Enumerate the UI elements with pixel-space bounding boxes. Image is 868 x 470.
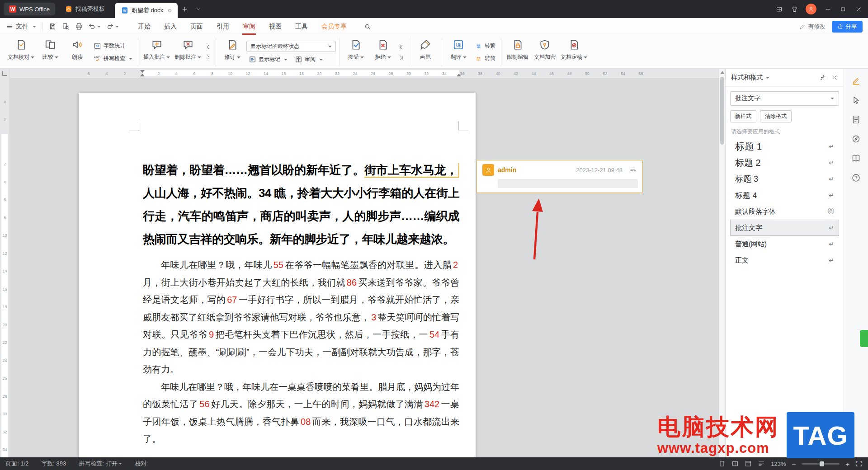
ribbon-button-markup[interactable]: 显示标记 xyxy=(246,55,290,64)
share-button[interactable]: 分享 xyxy=(832,21,863,33)
close-window-button[interactable] xyxy=(852,2,865,16)
ribbon-button-reject[interactable]: 拒绝 xyxy=(370,38,396,67)
ribbon-button-speak[interactable]: 朗读 xyxy=(64,38,90,67)
search-button[interactable] xyxy=(361,20,374,33)
theme-button[interactable] xyxy=(788,2,801,16)
menu-tab-2[interactable]: 页面 xyxy=(184,18,210,35)
style-item-0[interactable]: 标题 1↵ xyxy=(730,138,839,155)
ribbon-button-compare[interactable]: 比较 xyxy=(37,38,63,67)
paragraph[interactable]: 盼望着，盼望着……翘首以盼的新年近了。街市上车水马龙，人山人海，好不热闹。34 … xyxy=(143,159,459,251)
style-item-5[interactable]: 批注文字↵ xyxy=(730,220,839,236)
left-indent-marker[interactable] xyxy=(140,74,145,76)
clear-format-button[interactable]: 清除格式 xyxy=(760,110,792,122)
paragraph[interactable]: 年味儿在哪里？哦，年味儿55在爷爷一幅幅笔墨飘香的对联里。进入腊2月，街上大街小… xyxy=(143,256,459,378)
ribbon-button-to-simp[interactable]: 简转简 xyxy=(472,54,498,63)
ribbon-button-wordcount[interactable]: 12字数统计 xyxy=(91,42,135,50)
show-markup-state-combo[interactable]: 显示标记的最终状态 xyxy=(246,41,336,52)
zoom-out-button[interactable]: − xyxy=(792,460,796,468)
style-item-2[interactable]: 标题 3↵ xyxy=(730,171,839,187)
zoom-in-button[interactable]: + xyxy=(845,460,849,468)
close-panel-icon[interactable] xyxy=(831,74,838,81)
document-page[interactable]: 盼望着，盼望着……翘首以盼的新年近了。街市上车水马龙，人山人海，好不热闹。34 … xyxy=(79,93,476,457)
menu-tab-3[interactable]: 引用 xyxy=(210,18,236,35)
view-page-icon[interactable] xyxy=(718,460,726,467)
ribbon-button-to-trad[interactable]: 繁转繁 xyxy=(472,42,498,50)
help-icon[interactable] xyxy=(851,173,861,183)
comment-menu-icon[interactable] xyxy=(629,166,638,174)
menu-tab-5[interactable]: 视图 xyxy=(262,18,288,35)
read-mode-icon[interactable] xyxy=(851,154,861,163)
style-item-7[interactable]: 正文↵ xyxy=(730,252,839,268)
style-item-6[interactable]: 普通(网站)↵ xyxy=(730,236,839,252)
menu-tab-0[interactable]: 开始 xyxy=(131,18,157,35)
pin-icon[interactable] xyxy=(819,74,826,81)
zoom-slider[interactable] xyxy=(802,463,840,465)
ribbon-button-revise[interactable]: 修订 xyxy=(219,38,245,67)
scrollbar-thumb[interactable] xyxy=(720,77,724,145)
save-button[interactable] xyxy=(47,21,59,32)
ribbon-button-translate[interactable]: 译翻译 xyxy=(445,38,472,67)
ribbon-button-review-pane[interactable]: 审阅 xyxy=(292,55,325,64)
spellcheck-status[interactable]: 拼写检查: 打开 xyxy=(79,460,122,468)
new-style-button[interactable]: 新样式 xyxy=(730,110,756,122)
view-twopage-icon[interactable] xyxy=(731,460,739,467)
document-canvas[interactable]: 盼望着，盼望着……翘首以盼的新年近了。街市上车水马龙，人山人海，好不热闹。34 … xyxy=(10,79,719,457)
paragraph[interactable]: 年味儿在哪里？哦，年味儿在一桌桌香喷喷的菜肴里。腊月底，妈妈为过年的饭菜忙活了5… xyxy=(143,378,459,448)
format-pen-icon[interactable] xyxy=(851,76,861,85)
user-avatar[interactable] xyxy=(806,4,816,14)
navigation-icon[interactable] xyxy=(851,134,861,144)
print-button[interactable] xyxy=(73,21,85,32)
ribbon-button-change-next[interactable] xyxy=(398,54,405,61)
menu-tab-7[interactable]: 会员专享 xyxy=(315,18,354,35)
ribbon-button-encrypt[interactable]: 文档加密 xyxy=(532,38,558,67)
new-tab-button[interactable] xyxy=(178,2,191,16)
undo-button[interactable] xyxy=(86,21,103,32)
view-outline-icon[interactable] xyxy=(758,460,765,467)
ribbon-button-change-prev[interactable] xyxy=(398,44,405,51)
view-web-icon[interactable] xyxy=(745,460,752,467)
tab-list-button[interactable] xyxy=(191,2,205,16)
comment-box[interactable]: admin 2023-12-21 09:48 xyxy=(476,160,643,193)
file-menu-button[interactable]: 文件 xyxy=(0,23,42,31)
workspace-button[interactable] xyxy=(772,2,786,16)
notes-icon[interactable] xyxy=(851,115,861,124)
ribbon-button-finalize[interactable]: 文档定稿 xyxy=(559,38,589,67)
style-item-4[interactable]: 默认段落字体ⓐ xyxy=(730,203,839,220)
ribbon-button-comment-del[interactable]: 删除批注 xyxy=(173,38,203,67)
ribbon-button-spell[interactable]: ABC拼写检查 xyxy=(91,54,135,63)
zoom-slider-thumb[interactable] xyxy=(820,461,824,466)
vertical-ruler[interactable]: 42246810121416182022242628303234 xyxy=(0,69,10,457)
panel-caret-icon[interactable] xyxy=(766,77,769,79)
fit-page-icon[interactable] xyxy=(855,460,863,467)
style-item-3[interactable]: 标题 4↵ xyxy=(730,187,839,203)
print-preview-button[interactable] xyxy=(60,21,72,32)
redo-button[interactable] xyxy=(104,21,121,32)
vertical-scrollbar[interactable] xyxy=(719,69,725,457)
style-selector-combo[interactable]: 批注文字 xyxy=(730,91,839,106)
minimize-button[interactable] xyxy=(821,2,835,16)
wps-office-button[interactable]: W WPS Office xyxy=(4,3,55,15)
ribbon-button-comment-next[interactable] xyxy=(205,54,212,61)
style-item-1[interactable]: 标题 2↵ xyxy=(730,155,839,171)
comment-input[interactable] xyxy=(498,179,638,188)
page-indicator[interactable]: 页面: 1/2 xyxy=(5,460,28,468)
ribbon-button-brush[interactable]: 画笔 xyxy=(412,38,439,67)
tab-document[interactable]: W 盼望着.docx xyxy=(115,3,178,18)
ribbon-button-restrict[interactable]: 限制编辑 xyxy=(505,38,531,67)
document-content[interactable]: 盼望着，盼望着……翘首以盼的新年近了。街市上车水马龙，人山人海，好不热闹。34 … xyxy=(143,159,459,448)
promo-badge[interactable] xyxy=(860,330,868,347)
proofread-button[interactable]: 校对 xyxy=(135,460,146,468)
menu-tab-4[interactable]: 审阅 xyxy=(236,18,262,35)
modified-status[interactable]: 有修改 xyxy=(799,23,826,31)
scroll-up-arrow-icon[interactable] xyxy=(721,71,724,74)
zoom-level[interactable]: 123% xyxy=(771,461,786,467)
horizontal-ruler[interactable]: 6422468101214161820222426283032343638404… xyxy=(10,69,719,79)
ribbon-button-proofread[interactable]: 文档校对 xyxy=(6,38,36,67)
ribbon-button-comment-prev[interactable] xyxy=(205,44,212,51)
maximize-button[interactable] xyxy=(836,2,850,16)
tab-template-store[interactable]: 找稿壳模板 xyxy=(59,2,111,16)
select-tool-icon[interactable] xyxy=(851,95,861,105)
first-line-indent-marker[interactable] xyxy=(140,70,145,73)
ribbon-button-comment-add[interactable]: 插入批注 xyxy=(142,38,172,67)
menu-tab-1[interactable]: 插入 xyxy=(157,18,184,35)
